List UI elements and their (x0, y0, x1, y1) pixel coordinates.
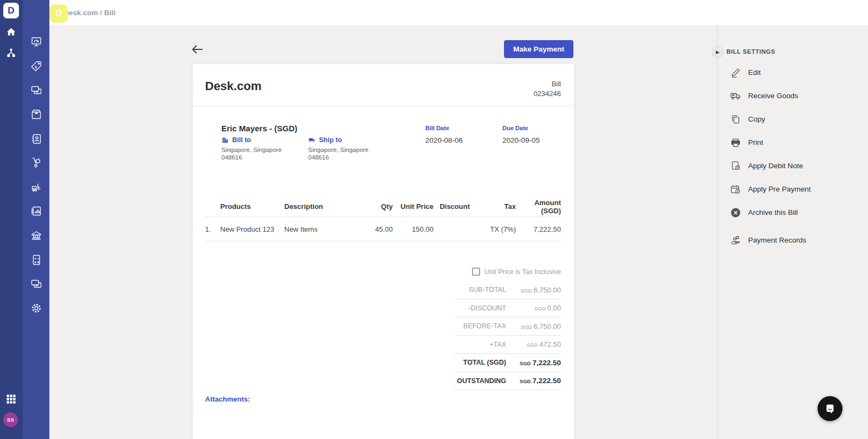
tax-inclusive-checkbox[interactable] (472, 268, 480, 276)
calendar-dollar-icon (730, 183, 742, 195)
bill-header: Desk.com Bill 0234246 (193, 64, 574, 99)
tax-inclusive-row: Unit Price is Tax Inclusive (472, 268, 561, 276)
nav-accounting[interactable] (23, 247, 49, 272)
col-products: Products (220, 202, 284, 211)
breadcrumb: Desk.com / Bill (63, 9, 116, 17)
bill-to-link[interactable]: Bill to (221, 136, 303, 144)
total-row: TOTAL (SGD) SGD7,222.50 (454, 354, 561, 372)
nav-contacts[interactable] (23, 126, 49, 151)
line-item-row: 1. New Product 123 New Items 45.00 150.0… (205, 217, 561, 241)
ship-to-link[interactable]: Ship to (308, 136, 390, 144)
col-description: Description (284, 202, 347, 211)
col-tax: Tax (470, 202, 516, 211)
forklift-icon (30, 181, 43, 194)
bill-date-value: 2020-08-06 (425, 136, 463, 144)
bill-date-label: Bill Date (425, 125, 463, 131)
due-date-label: Due Date (502, 125, 540, 131)
bill-to-block: Bill to Singapore, Singapore 048616 (221, 136, 303, 161)
chat-bubble-icon (824, 402, 837, 415)
pencil-icon (730, 67, 742, 79)
discount-row: -DISCOUNT SGD0.00 (454, 300, 561, 318)
bank-icon (30, 229, 43, 242)
panel-collapse-button[interactable]: ▶ (712, 46, 724, 58)
module-rail: D (23, 0, 49, 439)
contacts-book-icon (30, 132, 43, 145)
home-icon[interactable] (5, 26, 17, 39)
workflow-icon[interactable] (5, 47, 17, 59)
doc-type: Bill (533, 79, 561, 89)
menu-item-archive-bill[interactable]: Archive this Bill (718, 201, 868, 224)
tax-inclusive-label: Unit Price is Tax Inclusive (484, 268, 561, 276)
bill-date-block: Bill Date 2020-08-06 (425, 125, 463, 144)
chat-widget-button[interactable] (818, 396, 843, 421)
nav-products[interactable] (23, 103, 49, 127)
nav-payments[interactable] (23, 78, 49, 103)
col-discount: Discount (433, 202, 470, 211)
dashboard-icon (30, 35, 43, 48)
nav-settings[interactable] (23, 296, 49, 321)
menu-item-payment-records[interactable]: Payment Records (718, 228, 868, 252)
primary-rail: D SS (0, 0, 23, 439)
hand-coins-icon (730, 234, 742, 246)
nav-purchases[interactable] (23, 151, 49, 175)
totals-summary: SUB-TOTAL SGD6,750.00 -DISCOUNT SGD0.00 … (454, 281, 561, 390)
col-qty: Qty (347, 202, 393, 211)
truck-icon (308, 136, 316, 144)
copy-icon (730, 113, 742, 125)
before-tax-row: BEFORE-TAX SGD6,750.00 (454, 317, 561, 336)
row-qty: 45.00 (347, 225, 393, 233)
back-arrow-icon[interactable] (190, 42, 205, 56)
menu-item-print[interactable]: Print (718, 131, 868, 154)
settings-gear-icon (30, 302, 43, 315)
row-index: 1. (205, 225, 220, 233)
menu-item-apply-pre-payment[interactable]: Apply Pre Payment (718, 177, 868, 201)
make-payment-button[interactable]: Make Payment (504, 40, 573, 58)
company-name: Desk.com (205, 79, 261, 99)
module-nav (23, 30, 49, 320)
price-tag-icon (30, 60, 43, 73)
panel-title: BILL SETTINGS (726, 48, 775, 55)
delivery-truck-icon (730, 90, 742, 102)
doc-number: 0234246 (533, 89, 561, 99)
nav-sales[interactable] (23, 54, 49, 79)
col-amount: Amount (SGD) (516, 199, 561, 215)
subtotal-row: SUB-TOTAL SGD6,750.00 (454, 281, 561, 300)
circle-x-icon (730, 207, 742, 219)
attachments-link[interactable]: Attachments: (205, 395, 250, 403)
bill-settings-panel: ▶ BILL SETTINGS Edit Receive Goods Copy … (717, 26, 868, 439)
apps-grid-icon[interactable] (5, 393, 17, 405)
ship-to-block: Ship to Singapore, Singapore 048616 (308, 136, 390, 161)
calculator-doc-icon (30, 253, 43, 266)
menu-item-edit[interactable]: Edit (718, 61, 868, 84)
printer-icon (730, 137, 742, 149)
row-unit-price: 150.00 (393, 225, 433, 233)
line-items-header: Products Description Qty Unit Price Disc… (205, 196, 561, 217)
doc-info: Bill 0234246 (533, 79, 561, 99)
hand-truck-icon (30, 156, 43, 169)
divider (193, 106, 574, 106)
building-icon (221, 136, 229, 144)
bill-to-address: Singapore, Singapore 048616 (221, 147, 303, 161)
nav-dashboard[interactable] (23, 30, 49, 54)
row-tax: TX (7%) (470, 225, 516, 233)
wallet-cards-icon (30, 277, 43, 290)
credit-cards-icon (30, 84, 43, 97)
ship-to-address: Singapore, Singapore 048616 (308, 147, 390, 161)
menu-item-receive-goods[interactable]: Receive Goods (718, 84, 868, 107)
workspace-avatar[interactable]: D (49, 4, 68, 23)
bill-document: Desk.com Bill 0234246 Eric Mayers - (SGD… (193, 64, 574, 439)
menu-item-apply-debit-note[interactable]: Apply Debit Note (718, 154, 868, 177)
nav-banking[interactable] (23, 224, 49, 248)
nav-wallet[interactable] (23, 272, 49, 296)
contact-name: Eric Mayers - (SGD) (221, 124, 297, 133)
due-date-block: Due Date 2020-09-05 (502, 125, 540, 144)
nav-reports[interactable] (23, 199, 49, 224)
app-logo: D (3, 3, 19, 18)
col-unit-price: Unit Price (393, 202, 433, 211)
nav-inventory[interactable] (23, 175, 49, 200)
menu-item-copy[interactable]: Copy (718, 107, 868, 131)
package-icon (30, 108, 43, 121)
panel-items: Edit Receive Goods Copy Print Apply Debi… (718, 61, 868, 252)
user-avatar[interactable]: SS (3, 412, 18, 427)
row-amount: 7,222.50 (516, 225, 561, 233)
